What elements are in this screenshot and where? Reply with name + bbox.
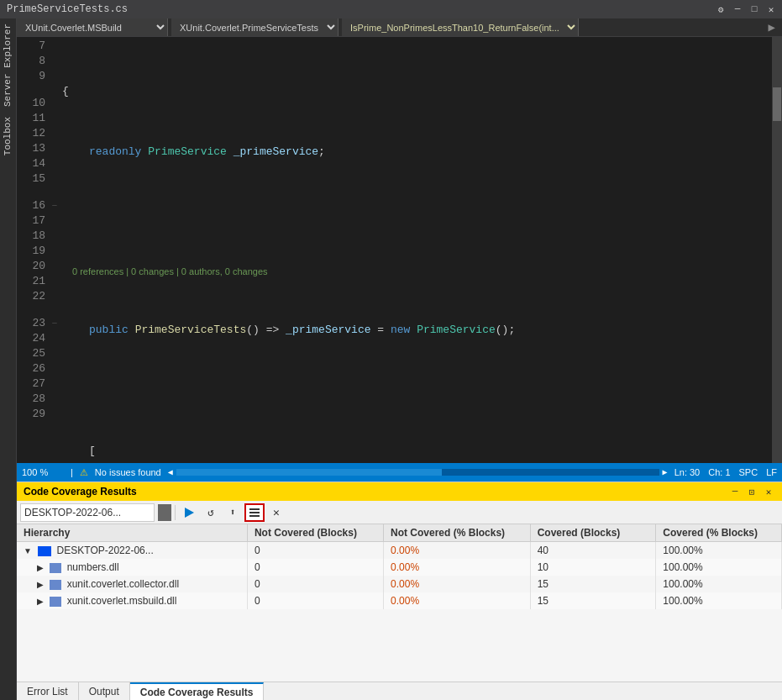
minimize-button[interactable]: ─ [730,2,745,17]
col-info: Ch: 1 [708,467,730,477]
cell-not-covered-pct: 0.00% [384,576,531,592]
cell-covered-pct: 100.00% [656,576,782,592]
project-dropdown[interactable]: XUnit.Coverlet.MSBuild [17,18,168,36]
th-not-covered-blocks[interactable]: Not Covered (Blocks) [247,524,383,542]
cell-hierarchy: ▼ DESKTOP-2022-06... [17,542,247,560]
rerun-coverage-btn[interactable]: ↺ [201,503,221,522]
code-line-7: { [62,84,772,99]
expand-btn[interactable]: ▶ [37,580,44,589]
cell-covered: 10 [530,559,656,576]
cell-covered-pct: 100.00% [656,592,782,609]
code-coverage-panel: Code Coverage Results ─ ⊡ ✕ ↺ ⬆ [17,482,782,700]
format-btn[interactable] [244,503,265,522]
cell-covered-pct: 100.00% [656,542,782,560]
cell-hierarchy: ▶ numbers.dll [17,559,247,576]
expand-btn[interactable]: ▼ [24,546,32,555]
tab-code-coverage[interactable]: Code Coverage Results [130,682,265,700]
panel-content: Hierarchy Not Covered (Blocks) Not Cover… [17,524,782,682]
code-line-11 [62,383,772,398]
status-right: Ln: 30 Ch: 1 SPC LF [674,467,777,477]
code-line-9 [62,205,772,220]
coverage-table-body: ▼ DESKTOP-2022-06... 0 0.00% 40 100.00% … [17,542,782,610]
tab-output[interactable]: Output [79,682,130,700]
expand-btn[interactable]: ▶ [37,597,44,606]
code-line-10: public PrimeServiceTests() => _primeServ… [62,323,772,338]
left-sidebar: Server Explorer Toolbox [0,18,17,700]
cell-covered-pct: 100.00% [656,559,782,576]
th-hierarchy[interactable]: Hierarchy [17,524,247,542]
zoom-level[interactable]: 100 % [22,467,64,477]
code-line-12: [ [62,444,772,459]
svg-marker-0 [185,508,194,518]
bottom-tab-bar: Error List Output Code Coverage Results [17,682,782,700]
editor-container: XUnit.Coverlet.MSBuild XUnit.Coverlet.Pr… [17,18,782,700]
th-not-covered-pct[interactable]: Not Covered (% Blocks) [384,524,531,542]
table-row[interactable]: ▶ xunit.coverlet.msbuild.dll 0 0.00% 15 … [17,592,782,609]
clear-btn[interactable]: ✕ [266,503,286,522]
expand-btn[interactable]: ▶ [37,563,44,572]
code-editor[interactable]: 7 8 9 10 11 12 13 14 15 16 17 18 19 20 [17,37,782,482]
close-button[interactable]: ✕ [764,2,779,17]
class-dropdown[interactable]: XUnit.Coverlet.PrimeServiceTests [171,18,339,36]
panel-toolbar: ↺ ⬆ ✕ [17,501,782,524]
coverage-table: Hierarchy Not Covered (Blocks) Not Cover… [17,524,782,609]
coverage-filter-input[interactable] [20,503,155,522]
cell-hierarchy: ▶ xunit.coverlet.collector.dll [17,576,247,592]
hint-row-1: 0 references | 0 changes | 0 authors, 0 … [62,266,772,277]
table-row[interactable]: ▼ DESKTOP-2022-06... 0 0.00% 40 100.00% [17,542,782,560]
collapse-markers: ─ ─ [50,37,62,463]
panel-pin-btn[interactable]: ─ [728,485,742,498]
settings-button[interactable]: ⚙ [713,2,728,17]
collapse-16[interactable]: ─ [50,198,59,213]
cell-not-covered: 0 [247,592,383,609]
cell-hierarchy: ▶ xunit.coverlet.msbuild.dll [17,592,247,609]
svg-rect-3 [249,515,260,517]
encoding: SPC [739,467,758,477]
cell-not-covered-pct: 0.00% [384,542,531,560]
table-header-row: Hierarchy Not Covered (Blocks) Not Cover… [17,524,782,542]
line-info: Ln: 30 [674,467,701,477]
svg-rect-2 [249,512,260,513]
toolbox-tab[interactable]: Toolbox [0,112,16,161]
code-content: 7 8 9 10 11 12 13 14 15 16 17 18 19 20 [17,37,782,463]
maximize-button[interactable]: □ [747,2,762,17]
panel-title-bar: Code Coverage Results ─ ⊡ ✕ [17,482,782,501]
title-bar: PrimeServiceTests.cs ⚙ ─ □ ✕ [0,0,782,18]
code-lines[interactable]: { readonly PrimeService _primeService; 0… [62,37,772,463]
svg-rect-1 [249,508,260,510]
no-issues-text: No issues found [95,467,161,477]
tab-bar: XUnit.Coverlet.MSBuild XUnit.Coverlet.Pr… [17,18,782,37]
status-warning: ⚠ [80,467,88,478]
line-ending: LF [766,467,777,477]
status-separator1: | [71,467,73,477]
method-dropdown[interactable]: IsPrime_NonPrimesLessThan10_ReturnFalse(… [342,18,579,36]
main-area: Server Explorer Toolbox XUnit.Coverlet.M… [0,18,782,700]
run-coverage-btn[interactable] [179,503,199,522]
table-row[interactable]: ▶ numbers.dll 0 0.00% 10 100.00% [17,559,782,576]
panel-title: Code Coverage Results [24,486,725,497]
cell-covered: 15 [530,576,656,592]
th-covered-pct[interactable]: Covered (% Blocks) [656,524,782,542]
code-line-8: readonly PrimeService _primeService; [62,145,772,160]
scrollbar-thumb[interactable] [773,87,781,121]
cell-not-covered-pct: 0.00% [384,592,531,609]
cell-covered: 15 [530,592,656,609]
editor-scrollbar[interactable] [772,37,782,463]
th-covered-blocks[interactable]: Covered (Blocks) [530,524,656,542]
status-bar: 100 % | ⚠ No issues found ◀ ▶ Ln: 3 [17,463,782,482]
table-row[interactable]: ▶ xunit.coverlet.collector.dll 0 0.00% 1… [17,576,782,592]
tab-scroll-right[interactable]: ▶ [765,20,779,34]
export-btn[interactable]: ⬆ [223,503,243,522]
panel-close-btn[interactable]: ✕ [762,485,775,498]
cell-covered: 40 [530,542,656,560]
panel-dock-btn[interactable]: ⊡ [745,485,758,498]
toolbar-sep1 [175,505,176,520]
tab-right-area: ▶ [765,18,782,36]
tab-error-list[interactable]: Error List [17,682,79,700]
server-explorer-tab[interactable]: Server Explorer [0,18,16,112]
cell-not-covered: 0 [247,559,383,576]
cell-not-covered: 0 [247,542,383,560]
line-numbers: 7 8 9 10 11 12 13 14 15 16 17 18 19 20 [17,37,50,463]
cell-not-covered-pct: 0.00% [384,559,531,576]
collapse-23[interactable]: ─ [50,316,59,331]
